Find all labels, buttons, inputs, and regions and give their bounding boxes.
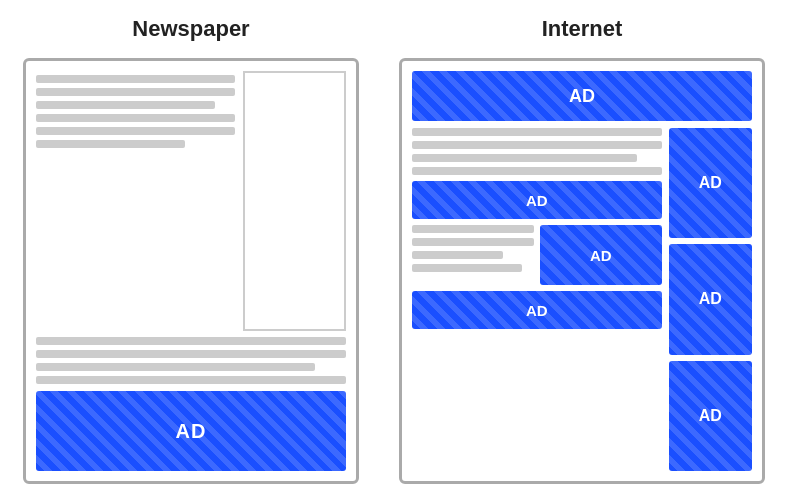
text-line [412, 141, 662, 149]
text-line [412, 167, 662, 175]
newspaper-layout: AD [36, 71, 346, 471]
np-mid-lines [36, 337, 346, 384]
internet-body: AD AD [412, 128, 752, 471]
np-top-row [36, 71, 346, 331]
internet-title: Internet [542, 16, 623, 42]
np-image [243, 71, 346, 331]
newspaper-ad-label: AD [176, 420, 207, 443]
text-line [36, 140, 185, 148]
internet-sidebar-ad-3-label: AD [699, 407, 722, 425]
internet-bottom-ad-label: AD [526, 302, 548, 319]
internet-inline-ad-label: AD [590, 247, 612, 264]
internet-sidebar-ad-2-label: AD [699, 290, 722, 308]
internet-top-ad: AD [412, 71, 752, 121]
internet-layout: AD AD [412, 71, 752, 471]
text-line [36, 350, 346, 358]
text-line [412, 154, 637, 162]
text-line [36, 75, 235, 83]
internet-bottom-ad: AD [412, 291, 662, 329]
text-line [412, 128, 662, 136]
newspaper-title: Newspaper [132, 16, 249, 42]
newspaper-ad: AD [36, 391, 346, 471]
main-container: Newspaper [3, 0, 785, 500]
inet-top-lines [412, 128, 662, 175]
internet-page-mockup: AD AD [399, 58, 765, 484]
internet-sidebar-ad-1-label: AD [699, 174, 722, 192]
text-line [36, 376, 346, 384]
newspaper-page-mockup: AD [23, 58, 359, 484]
internet-sidebar-ad-2: AD [669, 244, 752, 354]
text-line [36, 363, 315, 371]
internet-sidebar: AD AD AD [669, 128, 752, 471]
internet-mid-ad: AD [412, 181, 662, 219]
inet-lower-section: AD [412, 225, 662, 285]
text-line [412, 238, 534, 246]
text-line [412, 225, 534, 233]
internet-sidebar-ad-3: AD [669, 361, 752, 471]
text-line [36, 337, 346, 345]
internet-main: AD AD [412, 128, 662, 471]
text-line [36, 88, 235, 96]
internet-section: Internet AD [399, 16, 765, 484]
internet-top-ad-label: AD [569, 86, 595, 107]
text-line [36, 101, 215, 109]
text-line [36, 127, 235, 135]
np-text-column [36, 71, 235, 331]
internet-sidebar-ad-1: AD [669, 128, 752, 238]
newspaper-section: Newspaper [23, 16, 359, 484]
text-line [412, 264, 522, 272]
text-line [36, 114, 235, 122]
internet-mid-ad-label: AD [526, 192, 548, 209]
inet-lower-text [412, 225, 534, 285]
internet-inline-ad: AD [540, 225, 662, 285]
text-line [412, 251, 503, 259]
np-content [36, 71, 346, 384]
